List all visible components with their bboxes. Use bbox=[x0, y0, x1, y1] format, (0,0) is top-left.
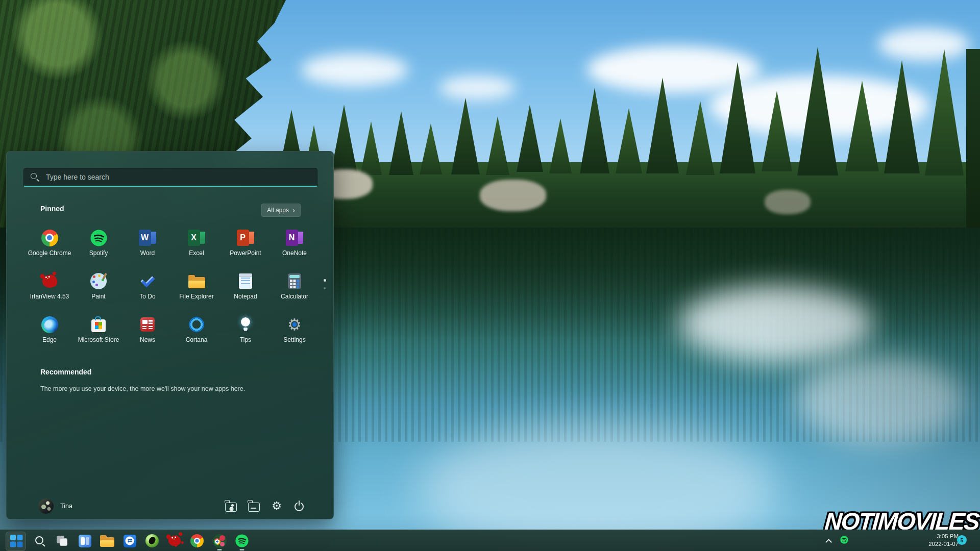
desktop: Pinned All apps Google Chrome Spotify Wo… bbox=[0, 0, 980, 551]
rock bbox=[765, 190, 811, 214]
app-tile-edge[interactable]: Edge bbox=[25, 314, 74, 357]
taskbar-teamviewer[interactable] bbox=[118, 530, 141, 551]
paint-icon bbox=[90, 273, 107, 289]
app-label: Google Chrome bbox=[28, 250, 71, 257]
pinned-page-dots[interactable] bbox=[323, 279, 327, 289]
app-tile-notepad[interactable]: Notepad bbox=[221, 270, 270, 314]
excel-icon bbox=[188, 230, 206, 246]
app-tile-excel[interactable]: Excel bbox=[172, 227, 221, 270]
app-tile-todo[interactable]: To Do bbox=[123, 270, 172, 314]
chrome-icon bbox=[41, 230, 58, 246]
pictures-folder-button[interactable] bbox=[248, 503, 260, 512]
taskbar-green-orb-app[interactable] bbox=[141, 530, 163, 551]
app-label: Spotify bbox=[89, 250, 108, 257]
settings-button[interactable] bbox=[271, 500, 282, 512]
power-button[interactable] bbox=[293, 500, 305, 512]
onenote-icon bbox=[286, 230, 304, 246]
irfanview-icon bbox=[41, 274, 58, 289]
search-box[interactable] bbox=[23, 168, 317, 187]
app-tile-calculator[interactable]: Calculator bbox=[270, 270, 319, 314]
app-tile-google-chrome[interactable]: Google Chrome bbox=[25, 227, 74, 270]
news-icon bbox=[140, 317, 155, 332]
app-label: Edge bbox=[42, 337, 57, 344]
recommended-empty-message: The more you use your device, the more w… bbox=[40, 385, 245, 392]
app-tile-tips[interactable]: Tips bbox=[221, 314, 270, 357]
task-view-button[interactable] bbox=[51, 530, 74, 551]
app-label: Notepad bbox=[234, 293, 257, 300]
taskbar-chrome-apps-group[interactable] bbox=[208, 530, 231, 551]
app-label: Settings bbox=[283, 337, 305, 344]
app-tile-spotify[interactable]: Spotify bbox=[74, 227, 123, 270]
hidden-icons-chevron[interactable] bbox=[826, 539, 831, 543]
app-tile-settings[interactable]: Settings bbox=[270, 314, 319, 357]
taskbar-spotify[interactable] bbox=[231, 530, 253, 551]
clock-time: 3:05 PM bbox=[928, 533, 959, 540]
search-input[interactable] bbox=[45, 172, 311, 182]
notification-count-badge[interactable]: 5 bbox=[957, 535, 967, 545]
taskbar-chrome[interactable] bbox=[186, 530, 208, 551]
spotify-icon bbox=[90, 230, 107, 246]
app-label: Calculator bbox=[281, 293, 308, 300]
cloud bbox=[439, 76, 516, 100]
pinned-title: Pinned bbox=[40, 205, 64, 213]
running-indicator bbox=[217, 549, 222, 550]
app-tile-paint[interactable]: Paint bbox=[74, 270, 123, 314]
app-tile-news[interactable]: News bbox=[123, 314, 172, 357]
cloud bbox=[878, 28, 970, 61]
chrome-apps-group-icon bbox=[213, 534, 227, 548]
app-label: Word bbox=[140, 250, 155, 257]
app-tile-file-explorer[interactable]: File Explorer bbox=[172, 270, 221, 314]
app-label: OneNote bbox=[282, 250, 307, 257]
app-label: File Explorer bbox=[179, 293, 213, 300]
taskbar-file-explorer[interactable] bbox=[96, 530, 118, 551]
chrome-icon bbox=[190, 534, 204, 547]
taskbar-pinned-row bbox=[4, 530, 253, 551]
page-dot-active[interactable] bbox=[324, 279, 326, 282]
app-label: PowerPoint bbox=[230, 250, 261, 257]
edge-icon bbox=[41, 316, 58, 333]
cortana-icon bbox=[188, 316, 205, 333]
page-dot[interactable] bbox=[324, 287, 326, 289]
powerpoint-icon bbox=[237, 230, 255, 246]
folder-icon bbox=[100, 535, 114, 547]
user-profile-button[interactable]: Tina bbox=[38, 498, 72, 514]
clock-date: 2022-01-07 bbox=[928, 540, 959, 548]
microsoft-store-icon bbox=[91, 319, 106, 332]
taskbar bbox=[0, 530, 980, 551]
documents-folder-button[interactable] bbox=[225, 503, 237, 512]
tips-icon bbox=[237, 316, 254, 333]
app-tile-irfanview[interactable]: IrfanView 4.53 bbox=[25, 270, 74, 314]
app-tile-microsoft-store[interactable]: Microsoft Store bbox=[74, 314, 123, 357]
widgets-button[interactable] bbox=[74, 530, 96, 551]
cloud bbox=[301, 54, 408, 86]
calculator-icon bbox=[288, 273, 301, 289]
app-label: IrfanView 4.53 bbox=[30, 293, 69, 300]
app-tile-onenote[interactable]: OneNote bbox=[270, 227, 319, 270]
running-indicator bbox=[240, 549, 244, 550]
search-icon bbox=[30, 172, 40, 182]
word-icon bbox=[139, 230, 157, 246]
tray-spotify-icon[interactable] bbox=[840, 536, 848, 546]
taskbar-search-button[interactable] bbox=[29, 530, 51, 551]
spotify-icon bbox=[235, 534, 249, 547]
app-tile-word[interactable]: Word bbox=[123, 227, 172, 270]
app-label: News bbox=[140, 337, 155, 344]
app-label: Paint bbox=[91, 293, 105, 300]
widgets-icon bbox=[79, 535, 91, 547]
start-menu: Pinned All apps Google Chrome Spotify Wo… bbox=[6, 151, 334, 519]
all-apps-button[interactable]: All apps bbox=[261, 204, 301, 217]
app-label: Cortana bbox=[186, 337, 208, 344]
app-label: Microsoft Store bbox=[78, 337, 119, 344]
search-icon bbox=[34, 535, 46, 547]
file-explorer-icon bbox=[188, 274, 205, 288]
recommended-title: Recommended bbox=[40, 368, 91, 376]
rock bbox=[480, 180, 546, 211]
taskbar-irfanview[interactable] bbox=[163, 530, 186, 551]
app-tile-cortana[interactable]: Cortana bbox=[172, 314, 221, 357]
start-button[interactable] bbox=[4, 530, 29, 551]
taskbar-clock[interactable]: 3:05 PM 2022-01-07 bbox=[928, 533, 959, 548]
app-tile-powerpoint[interactable]: PowerPoint bbox=[221, 227, 270, 270]
teamviewer-icon bbox=[124, 535, 136, 547]
start-menu-footer: Tina bbox=[7, 493, 333, 519]
user-name: Tina bbox=[60, 503, 72, 510]
